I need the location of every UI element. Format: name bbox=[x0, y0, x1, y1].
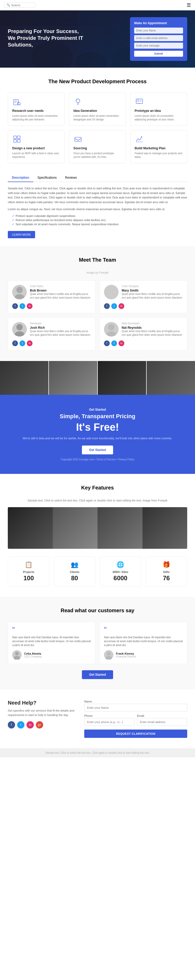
projects-icon: 📋 bbox=[12, 561, 45, 568]
testimonials-cta-button[interactable]: Get Started bbox=[82, 670, 113, 679]
team-card-bob: Chief Sales Bob Brown Quae amet nissl li… bbox=[8, 280, 95, 313]
process-card-marketing: Build Marketing Plan Fastest way to mana… bbox=[130, 130, 187, 163]
svg-point-7 bbox=[17, 102, 20, 105]
search-bar[interactable]: 🔍 bbox=[4, 2, 35, 8]
help-submit-button[interactable]: REQUEST CLARIFICATION bbox=[84, 730, 187, 738]
features-photos bbox=[8, 507, 187, 549]
svg-line-8 bbox=[20, 105, 21, 105]
member-bio-josh: Quae amet nissl libero mollite aria at f… bbox=[30, 329, 91, 337]
card-title: Research user needs bbox=[12, 109, 60, 113]
learn-more-button[interactable]: LEARN MORE bbox=[8, 231, 35, 238]
card-desc: Lorem ipsum dolor sit amet consectetur a… bbox=[12, 114, 60, 121]
josh-twitter-icon[interactable]: t bbox=[19, 340, 25, 346]
member-name-nat: Nat Reynolds bbox=[122, 326, 183, 329]
description-paragraph-2: Lorem eu alique congue au. Nunc vel risu… bbox=[8, 207, 187, 212]
name-label: Name bbox=[84, 700, 187, 703]
message-input[interactable] bbox=[134, 43, 183, 49]
bob-twitter-icon[interactable]: t bbox=[19, 303, 25, 309]
process-card-prototype: Prototype an Idea Lorem ipsum dolor sit … bbox=[130, 92, 187, 126]
card-title: Build Marketing Plan bbox=[135, 146, 183, 150]
avatar-mary bbox=[104, 285, 119, 299]
tabs-section: Description Specifications Reviews Sampl… bbox=[0, 174, 195, 246]
help-googleplus-icon[interactable]: g+ bbox=[36, 721, 43, 729]
testimonials-cta: Get Started bbox=[8, 670, 187, 679]
team-section: Meet The Team Image by Freepik Chief Sal… bbox=[0, 246, 195, 361]
projects-label: Projects bbox=[12, 570, 45, 573]
member-bio-nat: Quae amet nissl libero mollite aria at f… bbox=[122, 329, 183, 337]
card-desc: Fastest way to manage your projects and … bbox=[135, 152, 183, 159]
help-facebook-icon[interactable]: f bbox=[8, 721, 15, 729]
product-section-title: The New Product Development Process bbox=[8, 78, 187, 85]
svg-rect-24 bbox=[14, 136, 17, 139]
email-input[interactable] bbox=[134, 35, 183, 41]
svg-point-35 bbox=[16, 324, 23, 330]
pricing-cta-button[interactable]: Get Started bbox=[82, 445, 113, 454]
testimonial-text-2: Nam quis blanit vets that Davidias lupus… bbox=[104, 635, 183, 647]
process-card-idea: Idea Generation Lorem ipsum dolor sit am… bbox=[69, 92, 126, 126]
pricing-section: Get Started Simple, Transparent Pricing … bbox=[0, 395, 195, 474]
submit-button[interactable]: Submit bbox=[134, 51, 183, 57]
features-photo-3 bbox=[97, 507, 143, 549]
svg-rect-25 bbox=[17, 136, 20, 139]
svg-point-34 bbox=[106, 294, 116, 299]
pricing-heading: Simple, Transparent Pricing bbox=[8, 413, 187, 420]
bob-facebook-icon[interactable]: f bbox=[12, 303, 18, 309]
nat-facebook-icon[interactable]: f bbox=[104, 340, 110, 346]
name-input[interactable] bbox=[134, 27, 183, 33]
author-name-2: Frank Kinney bbox=[116, 652, 136, 655]
quote-mark-1: " bbox=[12, 626, 91, 633]
help-twitter-icon[interactable]: t bbox=[17, 721, 24, 729]
tab-content-description: Sample text. Click to select the text bo… bbox=[8, 186, 187, 238]
help-instagram-icon[interactable]: in bbox=[27, 721, 34, 729]
testimonial-author-2: Frank Kinney Financial Director bbox=[104, 650, 183, 660]
help-description: Get specifics with our services that fit… bbox=[8, 708, 76, 717]
member-role-nat: Web Developer bbox=[122, 322, 183, 325]
mary-facebook-icon[interactable]: f bbox=[104, 303, 110, 309]
help-name-input[interactable] bbox=[84, 704, 187, 711]
member-name-mary: Mary Smith bbox=[122, 289, 183, 292]
tab-description[interactable]: Description bbox=[8, 174, 33, 182]
svg-point-39 bbox=[15, 652, 19, 655]
card-title: Design a new product bbox=[12, 146, 60, 150]
tab-specifications[interactable]: Specifications bbox=[33, 174, 61, 182]
stat-projects: 📋 Projects 100 bbox=[8, 557, 50, 586]
help-phone-input[interactable] bbox=[84, 718, 135, 726]
email-label: Email bbox=[137, 714, 187, 718]
testimonial-1: " Nam quis blanit vets that Davidias lup… bbox=[8, 622, 95, 664]
josh-facebook-icon[interactable]: f bbox=[12, 340, 18, 346]
pricing-description: We're still in beta and we will be for a… bbox=[8, 436, 187, 441]
josh-instagram-icon[interactable]: in bbox=[27, 340, 33, 346]
svg-point-37 bbox=[108, 324, 114, 330]
description-paragraph-1: Sample text. Click to select the text bo… bbox=[8, 186, 187, 204]
card-desc: Lorem ipsum dolor sit amet consectetur d… bbox=[73, 114, 121, 121]
help-email-input[interactable] bbox=[137, 718, 187, 726]
phone-label: Phone bbox=[84, 714, 135, 718]
nat-twitter-icon[interactable]: t bbox=[111, 340, 117, 346]
svg-point-36 bbox=[15, 331, 24, 337]
hamburger-icon[interactable]: ☰ bbox=[187, 2, 191, 8]
member-role-mary: Color Designer bbox=[122, 285, 183, 288]
gallery-item-3 bbox=[98, 361, 146, 395]
svg-point-32 bbox=[15, 294, 24, 299]
team-card-nat: Web Developer Nat Reynolds Quae amet nis… bbox=[100, 318, 187, 351]
sites-value: 6000 bbox=[104, 574, 137, 582]
team-image-credit: Image by Freepik bbox=[8, 271, 187, 274]
help-section: Need Help? Get specifics with our servic… bbox=[0, 689, 195, 748]
mary-twitter-icon[interactable]: t bbox=[111, 303, 117, 309]
features-description: Sample text. Click to select the text bo… bbox=[8, 499, 187, 502]
testimonials-section: Read what our customers say " Nam quis b… bbox=[0, 597, 195, 689]
search-input[interactable] bbox=[11, 4, 35, 7]
tab-reviews[interactable]: Reviews bbox=[61, 174, 81, 182]
stat-clients: 👥 Clients 80 bbox=[54, 557, 96, 586]
member-bio-bob: Quae amet nissl libero mollite aria at f… bbox=[30, 292, 91, 300]
nat-instagram-icon[interactable]: in bbox=[119, 340, 124, 346]
mary-instagram-icon[interactable]: in bbox=[119, 303, 124, 309]
avatar-bob bbox=[12, 285, 27, 299]
hero-headline: Preparing For Your Success, We Provide T… bbox=[8, 28, 86, 48]
features-section: Key Features Sample text. Click to selec… bbox=[0, 474, 195, 597]
features-photo-1 bbox=[8, 507, 53, 549]
bob-instagram-icon[interactable]: in bbox=[27, 303, 33, 309]
idea-icon bbox=[73, 97, 83, 107]
author-role-1: CEO Company bbox=[24, 655, 41, 658]
sourcing-icon bbox=[73, 134, 83, 144]
